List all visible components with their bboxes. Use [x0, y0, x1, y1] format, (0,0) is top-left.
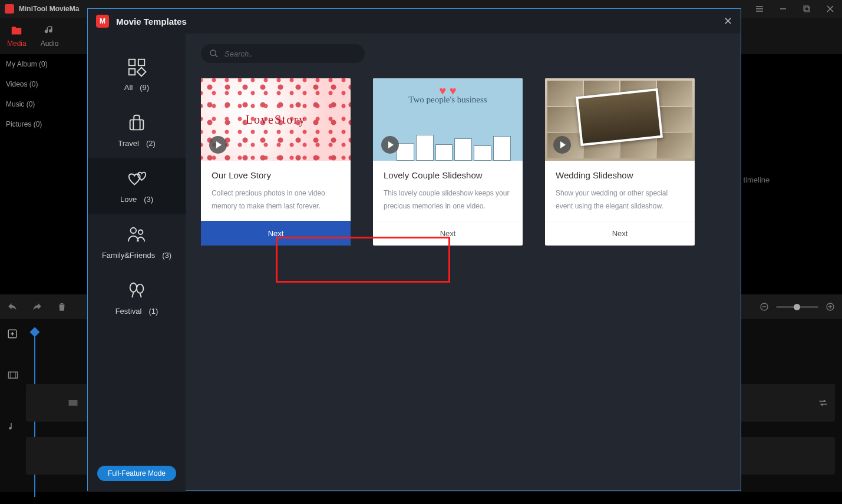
category-travel[interactable]: Travel(2) — [88, 102, 186, 158]
zoom-in-icon[interactable] — [826, 302, 835, 311]
audio-track-icon — [8, 422, 18, 432]
minimize-button[interactable] — [771, 0, 795, 18]
play-icon[interactable] — [553, 136, 571, 154]
svg-point-16 — [210, 50, 216, 55]
search-input[interactable] — [224, 49, 356, 58]
category-all[interactable]: All(9) — [88, 47, 186, 102]
dialog-app-icon: M — [96, 15, 109, 28]
template-card-love-story[interactable]: LoveStory Our Love Story Collect preciou… — [201, 78, 351, 246]
dialog-close-button[interactable]: ✕ — [724, 15, 732, 28]
sidebar-item[interactable]: Pictures (0) — [0, 114, 87, 134]
tab-audio[interactable]: Audio — [41, 24, 59, 48]
sidebar-item[interactable]: Videos (0) — [0, 74, 87, 94]
video-track-icon — [8, 370, 18, 380]
close-button[interactable] — [818, 0, 842, 18]
hearts-icon — [127, 169, 147, 189]
svg-point-15 — [137, 284, 143, 293]
trash-icon[interactable] — [57, 301, 67, 312]
music-icon — [43, 24, 56, 37]
balloons-icon — [127, 281, 147, 301]
svg-rect-9 — [129, 69, 135, 75]
play-icon[interactable] — [381, 136, 399, 154]
svg-rect-6 — [69, 400, 78, 406]
category-family[interactable]: Family&Friends(3) — [88, 214, 186, 270]
dialog-title: Movie Templates — [116, 16, 187, 26]
templates-dialog: M Movie Templates ✕ All(9) Travel(2) Lov… — [87, 8, 741, 491]
svg-point-13 — [138, 230, 143, 235]
next-button[interactable]: Next — [201, 221, 351, 246]
svg-rect-10 — [137, 68, 146, 77]
sidebar-item[interactable]: My Album (0) — [0, 54, 87, 74]
search-icon — [209, 49, 219, 58]
swap-icon[interactable] — [817, 397, 829, 409]
grid-icon — [127, 57, 147, 77]
people-icon — [127, 225, 147, 245]
clip-icon — [67, 397, 79, 409]
dialog-header: M Movie Templates ✕ — [88, 9, 741, 34]
zoom-slider[interactable] — [776, 306, 818, 308]
card-description: This lovely couple slideshow keeps your … — [384, 187, 512, 213]
search-box[interactable] — [201, 44, 365, 63]
card-description: Collect precious photos in one video mem… — [212, 187, 340, 213]
app-title: MiniTool MovieMa — [19, 5, 79, 13]
next-button[interactable]: Next — [373, 221, 523, 246]
card-thumbnail: LoveStory — [201, 78, 351, 161]
play-icon[interactable] — [209, 136, 227, 154]
svg-rect-8 — [138, 59, 144, 65]
svg-rect-7 — [129, 59, 135, 65]
app-icon — [5, 4, 14, 14]
svg-point-14 — [130, 283, 137, 292]
category-festival[interactable]: Festival(1) — [88, 270, 186, 326]
category-love[interactable]: Love(3) — [88, 158, 186, 214]
menu-button[interactable] — [748, 0, 771, 18]
card-thumbnail: ♥ ♥ Two people's business — [373, 78, 523, 161]
next-button[interactable]: Next — [545, 221, 695, 246]
card-title: Wedding Slideshow — [556, 170, 684, 180]
svg-rect-11 — [130, 120, 144, 130]
window-controls — [748, 0, 842, 18]
templates-content: LoveStory Our Love Story Collect preciou… — [186, 34, 741, 492]
card-title: Our Love Story — [212, 170, 340, 180]
template-card-couple[interactable]: ♥ ♥ Two people's business Lovely Couple … — [373, 78, 523, 246]
category-sidebar: All(9) Travel(2) Love(3) Family&Friends(… — [88, 34, 186, 492]
card-description: Show your wedding or other special event… — [556, 187, 684, 213]
redo-icon[interactable] — [32, 301, 42, 312]
card-title: Lovely Couple Slideshow — [384, 170, 512, 180]
card-thumbnail — [545, 78, 695, 161]
svg-rect-1 — [805, 7, 810, 12]
sidebar-item[interactable]: Music (0) — [0, 94, 87, 114]
suitcase-icon — [127, 113, 147, 133]
maximize-button[interactable] — [795, 0, 818, 18]
svg-rect-5 — [9, 372, 18, 379]
media-sidebar: My Album (0) Videos (0) Music (0) Pictur… — [0, 54, 87, 134]
template-card-wedding[interactable]: Wedding Slideshow Show your wedding or o… — [545, 78, 695, 246]
zoom-out-icon[interactable] — [760, 302, 769, 311]
tab-media[interactable]: Media — [7, 24, 27, 48]
folder-icon — [10, 24, 23, 37]
full-feature-button[interactable]: Full-Feature Mode — [97, 466, 176, 481]
svg-rect-0 — [804, 6, 808, 11]
svg-point-12 — [131, 228, 136, 233]
undo-icon[interactable] — [7, 301, 18, 312]
template-cards: LoveStory Our Love Story Collect preciou… — [201, 78, 725, 246]
